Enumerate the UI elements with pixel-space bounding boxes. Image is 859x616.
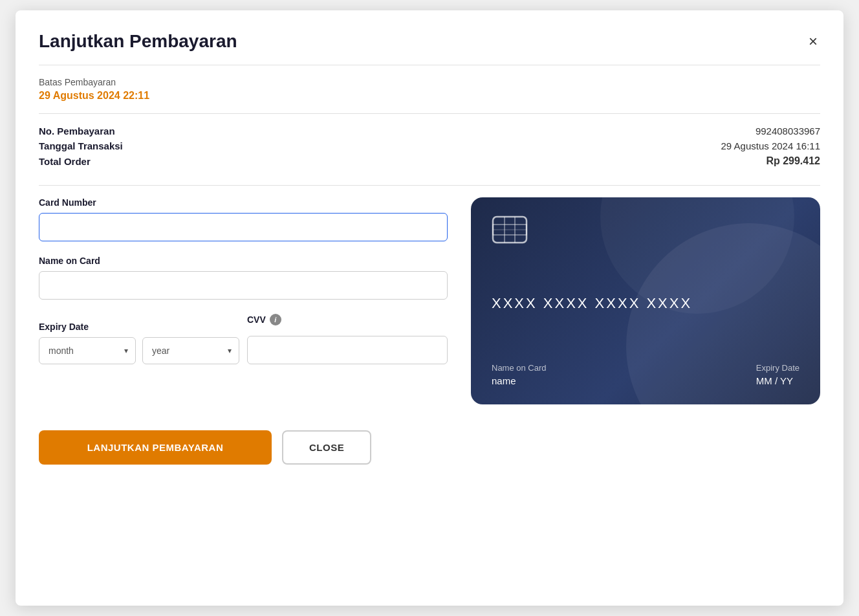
no-pembayaran-value: 992408033967	[756, 126, 820, 137]
info-divider	[39, 185, 820, 186]
total-value: Rp 299.412	[766, 155, 820, 167]
tanggal-value: 29 Agustus 2024 16:11	[721, 140, 820, 151]
close-icon-button[interactable]: ×	[806, 31, 820, 52]
close-button[interactable]: CLOSE	[282, 430, 371, 465]
expiry-date-label: Expiry Date	[39, 322, 239, 332]
name-on-card-label: Name on Card	[39, 256, 448, 266]
form-card-section: Card Number Name on Card Expiry Date mon…	[39, 197, 820, 404]
expiry-cvv-row: Expiry Date month 01 02 03 04 05 06	[39, 314, 448, 364]
expiry-section: Expiry Date month 01 02 03 04 05 06	[39, 322, 239, 364]
continue-payment-button[interactable]: LANJUTKAN PEMBAYARAN	[39, 430, 272, 465]
total-row: Total Order Rp 299.412	[39, 155, 820, 167]
no-pembayaran-row: No. Pembayaran 992408033967	[39, 126, 820, 137]
card-expiry-label: Expiry Date	[756, 363, 799, 373]
buttons-row: LANJUTKAN PEMBAYARAN CLOSE	[39, 430, 820, 465]
card-chip-icon	[492, 215, 528, 244]
card-number-input[interactable]	[39, 213, 448, 241]
total-label: Total Order	[39, 156, 91, 167]
cvv-input[interactable]	[247, 336, 448, 364]
card-number-label: Card Number	[39, 197, 448, 208]
card-number-display: XXXX XXXX XXXX XXXX	[492, 295, 799, 312]
deadline-divider	[39, 113, 820, 114]
card-name-label: Name on Card	[492, 363, 547, 373]
card-bottom: Name on Card name Expiry Date MM / YY	[492, 363, 799, 386]
year-select[interactable]: year 2024 2025 2026 2027 2028 2029 2030	[142, 337, 239, 364]
no-pembayaran-label: No. Pembayaran	[39, 126, 115, 137]
cvv-info-icon[interactable]: i	[270, 314, 281, 325]
card-name-value: name	[492, 375, 547, 386]
cvv-label-row: CVV i	[247, 314, 448, 325]
card-expiry-value: MM / YY	[756, 375, 799, 386]
year-select-wrapper: year 2024 2025 2026 2027 2028 2029 2030 …	[142, 337, 239, 364]
modal-title: Lanjutkan Pembayaran	[39, 31, 237, 52]
payment-info-section: No. Pembayaran 992408033967 Tanggal Tran…	[39, 126, 820, 167]
payment-deadline-section: Batas Pembayaran 29 Agustus 2024 22:11	[39, 77, 820, 102]
card-visual: XXXX XXXX XXXX XXXX Name on Card name Ex…	[471, 197, 820, 404]
header-divider	[39, 65, 820, 65]
card-number-group: Card Number	[39, 197, 448, 241]
cvv-label: CVV	[247, 314, 266, 325]
name-on-card-group: Name on Card	[39, 256, 448, 300]
tanggal-row: Tanggal Transaksi 29 Agustus 2024 16:11	[39, 140, 820, 151]
deadline-label: Batas Pembayaran	[39, 77, 820, 87]
tanggal-label: Tanggal Transaksi	[39, 140, 123, 151]
modal-header: Lanjutkan Pembayaran ×	[39, 31, 820, 52]
payment-modal: Lanjutkan Pembayaran × Batas Pembayaran …	[16, 10, 843, 606]
month-select[interactable]: month 01 02 03 04 05 06 07 08 09 10	[39, 337, 136, 364]
form-left: Card Number Name on Card Expiry Date mon…	[39, 197, 448, 404]
card-expiry-section: Expiry Date MM / YY	[756, 363, 799, 386]
deadline-value: 29 Agustus 2024 22:11	[39, 90, 820, 102]
month-select-wrapper: month 01 02 03 04 05 06 07 08 09 10	[39, 337, 136, 364]
name-on-card-input[interactable]	[39, 271, 448, 300]
expiry-dropdowns: month 01 02 03 04 05 06 07 08 09 10	[39, 337, 239, 364]
cvv-section: CVV i	[247, 314, 448, 364]
card-name-section: Name on Card name	[492, 363, 547, 386]
